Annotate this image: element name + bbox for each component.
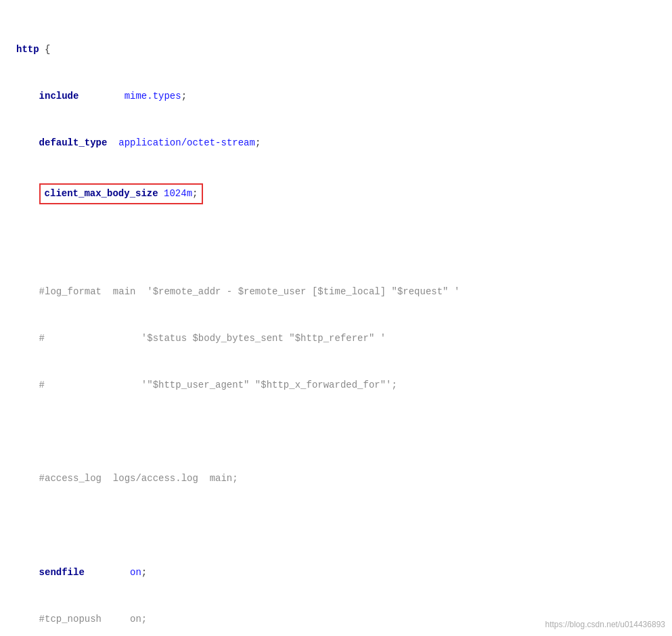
line-7: # '$status $body_bytes_sent "$http_refer… xyxy=(14,330,658,346)
line-1: http { xyxy=(14,41,658,58)
code-editor: http { include mime.types; default_type … xyxy=(14,11,658,636)
keyword: http xyxy=(16,44,39,55)
watermark: https://blog.csdn.net/u014436893 xyxy=(545,620,665,629)
line-11 xyxy=(14,518,658,534)
line-4: client_max_body_size 1024m; xyxy=(14,181,658,206)
line-3: default_type application/octet-stream; xyxy=(14,135,658,151)
line-12: sendfile on; xyxy=(14,564,658,581)
line-8: # '"$http_user_agent" "$http_x_forwarded… xyxy=(14,377,658,393)
line-9 xyxy=(14,424,658,440)
highlighted-directive: client_max_body_size 1024m; xyxy=(39,183,204,204)
line-6: #log_format main '$remote_addr - $remote… xyxy=(14,283,658,300)
line-10: #access_log logs/access.log main; xyxy=(14,470,658,486)
line-5 xyxy=(14,236,658,252)
line-2: include mime.types; xyxy=(14,88,658,104)
